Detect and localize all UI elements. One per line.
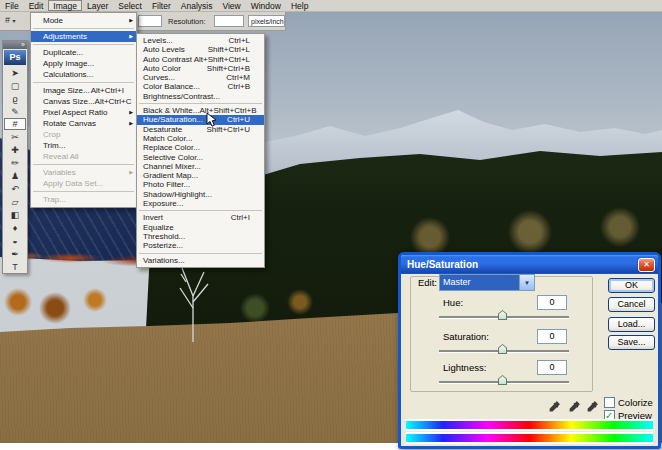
menu-item-canvas-size[interactable]: Canvas Size...Alt+Ctrl+C [31,96,136,107]
submenu-arrow-icon: ▶ [129,15,133,26]
menu-item-label: Variations... [143,256,185,265]
move-tool-button[interactable]: ➤ [3,66,27,79]
menu-item-pixel-aspect-ratio[interactable]: Pixel Aspect Ratio▶ [31,107,136,118]
brush-tool-button[interactable]: ✏ [3,156,27,169]
menubar-item-image[interactable]: Image [48,0,82,11]
menu-item-hue-saturation[interactable]: Hue/Saturation...Ctrl+U [137,115,264,124]
menu-item-brightness-contrast[interactable]: Brightness/Contrast... [137,92,264,101]
menu-item-auto-levels[interactable]: Auto LevelsShift+Ctrl+L [137,45,264,54]
photoshop-logo: Ps [4,50,26,65]
menubar-item-view[interactable]: View [217,0,245,11]
menubar-item-edit[interactable]: Edit [24,0,49,11]
gradient-tool-button[interactable]: ◧ [3,208,27,221]
menu-item-duplicate[interactable]: Duplicate... [31,47,136,58]
menu-item-equalize[interactable]: Equalize [137,223,264,232]
lightness-value-field[interactable]: 0 [537,360,567,375]
menu-separator [33,164,134,165]
resolution-unit-select[interactable]: pixels/inch [248,15,285,27]
clone-stamp-tool-button[interactable]: ♟ [3,169,27,182]
chevron-down-icon[interactable]: ▼ [519,275,534,290]
menu-item-levels[interactable]: Levels...Ctrl+L [137,36,264,45]
rectangular-marquee-tool-button[interactable]: ▢ [3,79,27,92]
menu-item-trim[interactable]: Trim... [31,140,136,151]
resolution-field[interactable] [214,15,244,27]
blur-tool-button[interactable]: ♦ [3,221,27,234]
menu-item-label: Pixel Aspect Ratio [43,107,107,118]
palette-collapse-icon[interactable]: » [3,41,27,49]
crop-tool-preset-icon[interactable]: # ▾ [5,15,16,25]
menubar-item-file[interactable]: File [0,0,24,11]
menu-item-label: Image Size... [43,85,90,96]
menu-item-shadow-highlight[interactable]: Shadow/Highlight... [137,190,264,199]
menubar-item-help[interactable]: Help [286,0,313,11]
load-button[interactable]: Load... [608,317,655,332]
colorize-checkbox[interactable] [604,397,615,408]
menu-item-black-white[interactable]: Black & White...Alt+Shift+Ctrl+B [137,106,264,115]
healing-brush-tool-button[interactable]: ✚ [3,143,27,156]
menu-item-rotate-canvas[interactable]: Rotate Canvas▶ [31,118,136,129]
menu-item-photo-filter[interactable]: Photo Filter... [137,180,264,189]
close-button[interactable]: ✕ [638,258,655,272]
eyedropper-button[interactable] [548,400,561,413]
dodge-tool-button[interactable]: ◒ [3,234,27,247]
history-brush-tool-button[interactable]: ↶ [3,182,27,195]
cancel-button[interactable]: Cancel [608,297,655,312]
menubar-item-layer[interactable]: Layer [82,0,113,11]
menu-item-reveal-all: Reveal All [31,151,136,162]
menu-item-label: Hue/Saturation... [143,115,203,124]
menu-item-label: Levels... [143,36,173,45]
edit-label: Edit: [416,277,439,288]
edit-channel-select[interactable]: Master ▼ [439,274,535,291]
menu-item-auto-contrast[interactable]: Auto ContrastAlt+Shift+Ctrl+L [137,55,264,64]
menu-item-apply-image[interactable]: Apply Image... [31,58,136,69]
saturation-value-field[interactable]: 0 [537,329,567,344]
menu-item-threshold[interactable]: Threshold... [137,232,264,241]
menu-item-apply-data-set: Apply Data Set... [31,178,136,189]
slice-tool-button[interactable]: ✂ [3,130,27,143]
dialog-titlebar[interactable]: Hue/Saturation [401,255,658,274]
menu-item-label: Color Balance... [143,82,200,91]
menu-item-desaturate[interactable]: DesaturateShift+Ctrl+U [137,125,264,134]
menu-item-selective-color[interactable]: Selective Color... [137,153,264,162]
menu-separator [139,103,262,104]
menu-item-calculations[interactable]: Calculations... [31,69,136,80]
quick-selection-tool-button[interactable]: ✎ [3,105,27,118]
menu-item-exposure[interactable]: Exposure... [137,199,264,208]
saturation-label: Saturation: [441,331,491,342]
type-tool-button[interactable]: T [3,260,27,273]
menubar-item-filter[interactable]: Filter [147,0,176,11]
menu-item-mode[interactable]: Mode▶ [31,15,136,26]
width-field[interactable] [138,15,162,27]
add-eyedropper-button[interactable] [568,400,581,413]
subtract-eyedropper-icon [586,400,599,413]
subtract-eyedropper-button[interactable] [586,400,599,413]
menu-item-posterize[interactable]: Posterize... [137,241,264,250]
crop-tool-button[interactable]: # [4,118,26,130]
menu-item-shortcut: Ctrl+U [227,115,250,124]
hue-value-field[interactable]: 0 [537,295,567,310]
save-button[interactable]: Save... [608,335,655,350]
menu-item-match-color[interactable]: Match Color... [137,134,264,143]
menubar-item-select[interactable]: Select [113,0,147,11]
menu-item-replace-color[interactable]: Replace Color... [137,143,264,152]
menubar-item-window[interactable]: Window [246,0,286,11]
menu-item-variations[interactable]: Variations... [137,256,264,265]
submenu-arrow-icon: ▶ [129,31,133,42]
ok-button[interactable]: OK [608,278,655,293]
menu-item-image-size[interactable]: Image Size...Alt+Ctrl+I [31,85,136,96]
menu-item-channel-mixer[interactable]: Channel Mixer... [137,162,264,171]
menu-item-label: Shadow/Highlight... [143,190,212,199]
eraser-tool-button[interactable]: ▱ [3,195,27,208]
menu-separator [33,191,134,192]
menu-item-adjustments[interactable]: Adjustments▶ [31,31,136,42]
lasso-tool-button[interactable]: ϱ [3,92,27,105]
menubar-item-analysis[interactable]: Analysis [176,0,218,11]
menu-item-gradient-map[interactable]: Gradient Map... [137,171,264,180]
menu-item-color-balance[interactable]: Color Balance...Ctrl+B [137,82,264,91]
menu-item-curves[interactable]: Curves...Ctrl+M [137,73,264,82]
menu-item-invert[interactable]: InvertCtrl+I [137,213,264,222]
menu-item-label: Auto Contrast [143,55,192,64]
pen-tool-button[interactable]: ✒ [3,247,27,260]
menu-item-auto-color[interactable]: Auto ColorShift+Ctrl+B [137,64,264,73]
eraser-tool-icon: ▱ [12,197,19,207]
